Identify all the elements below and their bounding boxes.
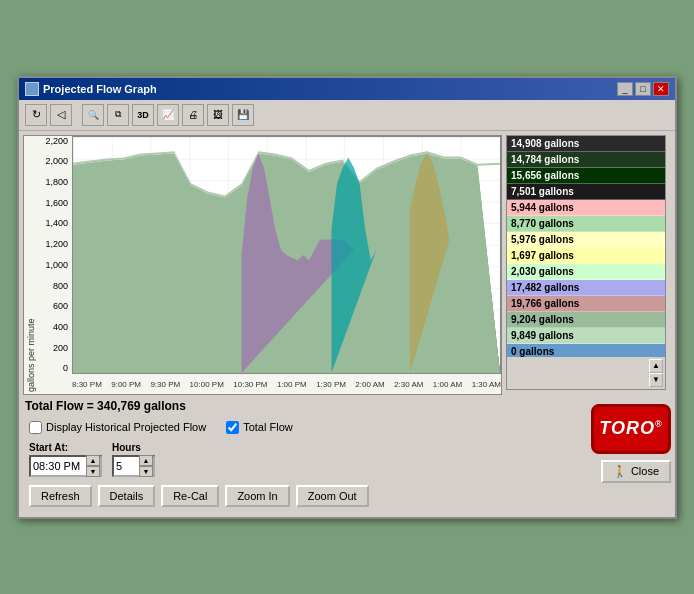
zoom-out-button[interactable]: Zoom Out [296,485,369,507]
total-flow-checkbox[interactable] [226,421,239,434]
hours-spinners: ▲ ▼ [139,455,153,477]
close-icon: 🚶 [613,465,627,478]
chart-container: gallons per minute 2,200 2,000 1,800 1,6… [23,135,502,395]
details-button[interactable]: Details [98,485,156,507]
legend-item-6: 8,770 gallons [507,216,665,232]
hours-group: Hours ▲ ▼ [112,442,155,477]
maximize-button[interactable]: □ [635,82,651,96]
legend-scroll[interactable]: 14,908 gallons 14,784 gallons 15,656 gal… [507,136,665,357]
start-at-input[interactable] [31,459,86,473]
chart-svg [73,137,500,373]
hours-up-button[interactable]: ▲ [139,455,153,466]
legend-item-3: 15,656 gallons [507,168,665,184]
legend-item-1: 14,908 gallons [507,136,665,152]
close-button[interactable]: 🚶 Close [601,460,671,483]
historical-option[interactable]: Display Historical Projected Flow [29,421,206,434]
legend-item-5: 5,944 gallons [507,200,665,216]
legend-item-8: 1,697 gallons [507,248,665,264]
toolbar: ↻ ◁ 🔍 ⧉ 3D 📈 🖨 🖼 💾 [19,100,675,131]
legend-item-10: 17,482 gallons [507,280,665,296]
chart-inner: 2,200 2,000 1,800 1,600 1,400 1,200 1,00… [38,136,501,394]
zoom-in-button[interactable]: Zoom In [225,485,289,507]
copy-tool-button[interactable]: ⧉ [107,104,129,126]
legend-item-7: 5,976 gallons [507,232,665,248]
start-at-up-button[interactable]: ▲ [86,455,100,466]
minimize-button[interactable]: _ [617,82,633,96]
total-flow-option[interactable]: Total Flow [226,421,293,434]
historical-checkbox[interactable] [29,421,42,434]
main-window: Projected Flow Graph _ □ ✕ ↻ ◁ 🔍 ⧉ 3D 📈 … [17,76,677,519]
y-axis-label: gallons per minute [24,136,38,394]
close-label: Close [631,465,659,477]
start-at-down-button[interactable]: ▼ [86,466,100,477]
legend-item-11: 19,766 gallons [507,296,665,312]
start-at-input-container: ▲ ▼ [29,455,102,477]
3d-tool-button[interactable]: 3D [132,104,154,126]
start-at-label: Start At: [29,442,102,453]
hours-input[interactable] [114,459,139,473]
controls-row: Start At: ▲ ▼ Hours ▲ [23,438,502,481]
title-bar-left: Projected Flow Graph [25,82,157,96]
recal-button[interactable]: Re-Cal [161,485,219,507]
chart-tool-button[interactable]: 📈 [157,104,179,126]
legend-scrollbar: ▲ ▼ [507,357,665,389]
right-panel: 14,908 gallons 14,784 gallons 15,656 gal… [506,135,671,513]
total-flow-label: Total Flow [243,421,293,433]
legend-item-9: 2,030 gallons [507,264,665,280]
hours-label: Hours [112,442,155,453]
window-title: Projected Flow Graph [43,83,157,95]
y-axis-labels: 2,200 2,000 1,800 1,600 1,400 1,200 1,00… [38,136,70,374]
save-tool-button[interactable]: 💾 [232,104,254,126]
image-tool-button[interactable]: 🖼 [207,104,229,126]
refresh-tool-button[interactable]: ↻ [25,104,47,126]
legend-item-12: 9,204 gallons [507,312,665,328]
zoom-tool-button[interactable]: 🔍 [82,104,104,126]
start-at-group: Start At: ▲ ▼ [29,442,102,477]
x-axis-labels: 8:30 PM 9:00 PM 9:30 PM 10:00 PM 10:30 P… [72,376,501,394]
total-flow-display: Total Flow = 340,769 gallons [23,395,502,417]
main-content: gallons per minute 2,200 2,000 1,800 1,6… [19,131,675,517]
legend-item-13: 9,849 gallons [507,328,665,344]
title-controls: _ □ ✕ [617,82,669,96]
window-close-button[interactable]: ✕ [653,82,669,96]
options-row: Display Historical Projected Flow Total … [23,417,502,438]
legend-item-4: 7,501 gallons [507,184,665,200]
hours-input-container: ▲ ▼ [112,455,155,477]
scroll-down-button[interactable]: ▼ [649,373,663,387]
chart-area: gallons per minute 2,200 2,000 1,800 1,6… [23,135,502,513]
window-icon [25,82,39,96]
print-tool-button[interactable]: 🖨 [182,104,204,126]
start-at-spinners: ▲ ▼ [86,455,100,477]
hours-down-button[interactable]: ▼ [139,466,153,477]
refresh-button[interactable]: Refresh [29,485,92,507]
toro-brand: TORO® [599,418,662,439]
legend-panel: 14,908 gallons 14,784 gallons 15,656 gal… [506,135,666,390]
legend-item-2: 14,784 gallons [507,152,665,168]
chart-plot [72,136,501,374]
legend-item-14: 0 gallons [507,344,665,357]
back-tool-button[interactable]: ◁ [50,104,72,126]
historical-label: Display Historical Projected Flow [46,421,206,433]
toro-logo: TORO® [591,404,671,454]
button-row: Refresh Details Re-Cal Zoom In Zoom Out [23,481,502,513]
title-bar: Projected Flow Graph _ □ ✕ [19,78,675,100]
scroll-up-button[interactable]: ▲ [649,359,663,373]
bottom-right: TORO® 🚶 Close [506,394,671,483]
